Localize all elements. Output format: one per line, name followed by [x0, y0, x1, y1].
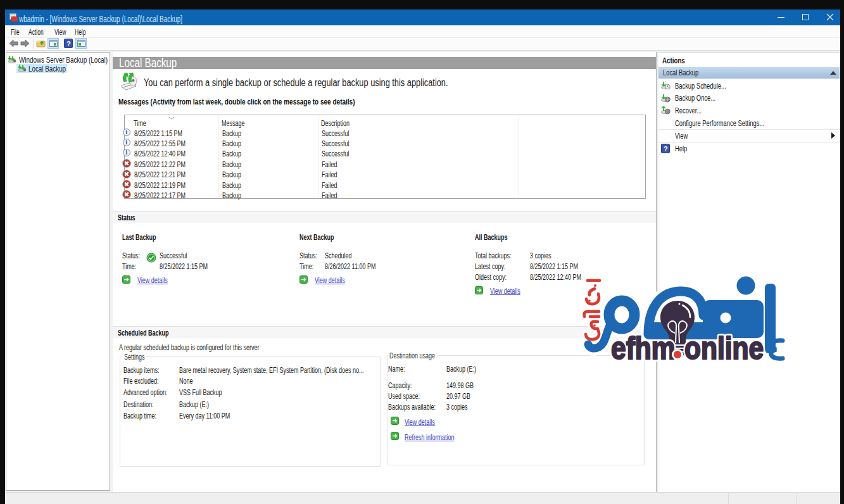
svg-text:efhm: efhm: [611, 331, 676, 366]
svg-text:online: online: [684, 331, 764, 366]
